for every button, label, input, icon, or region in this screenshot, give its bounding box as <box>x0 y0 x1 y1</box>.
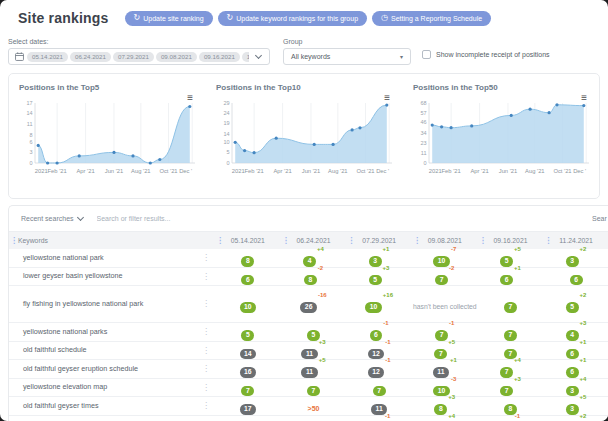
position-delta: +3 <box>448 394 455 400</box>
position-delta: +4 <box>514 357 521 363</box>
clock-icon: ◷ <box>381 14 388 22</box>
date-chip[interactable]: 06.24.2021 <box>70 52 111 62</box>
date-chip[interactable]: 09.16.2021 <box>199 52 240 62</box>
position-cell: 12-1 <box>346 342 412 360</box>
recent-searches-dropdown[interactable]: Recent searches <box>9 215 97 222</box>
position-cell: 5+5 <box>478 249 544 267</box>
date-header-label: 07.29.2021 <box>362 237 396 244</box>
position-cell: 7 <box>346 379 412 397</box>
position-badge: 10 <box>365 302 382 313</box>
group-select[interactable]: All keywords ▾ <box>283 48 411 65</box>
position-cell: 4+4 <box>281 249 347 267</box>
position-delta: +3 <box>580 320 587 326</box>
column-menu-icon[interactable]: ⋮ <box>282 237 290 245</box>
row-menu-icon[interactable]: ⋮ <box>202 401 210 410</box>
position-badge: 16 <box>240 367 257 378</box>
update-keyword-rankings-button[interactable]: ↻Update keyword rankings for this group <box>218 11 368 26</box>
group-label: Group <box>283 38 411 45</box>
out-of-top50-value: >50 <box>308 405 320 412</box>
position-cell: hasn't been collected <box>412 295 478 313</box>
show-incomplete-checkbox[interactable]: Show incomplete receipt of positions <box>422 50 550 59</box>
date-chip[interactable]: 11.24.2021 <box>242 52 249 62</box>
group-select-value: All keywords <box>291 53 330 60</box>
row-menu-icon[interactable]: ⋮ <box>202 272 210 281</box>
position-delta: -1 <box>385 339 390 345</box>
update-site-ranking-button[interactable]: ↻Update site ranking <box>125 11 213 26</box>
column-menu-icon[interactable]: ⋮ <box>544 237 552 245</box>
chart-menu-icon[interactable]: ≡ <box>581 93 587 103</box>
not-collected-note: hasn't been collected <box>413 303 477 312</box>
position-cell: 7 <box>478 295 544 313</box>
column-menu-icon[interactable]: ⋮ <box>479 237 487 245</box>
position-delta: -1 <box>385 413 390 419</box>
reporting-schedule-button[interactable]: ◷Setting a Reporting Schedule <box>372 11 491 26</box>
position-cell: 4+3 <box>543 323 608 341</box>
position-cell: 17 <box>215 397 281 415</box>
svg-text:Aug '21: Aug '21 <box>328 168 347 174</box>
position-cell: 8 <box>478 397 544 415</box>
column-menu-icon[interactable]: ⋮ <box>347 237 355 245</box>
position-badge: 5 <box>566 302 579 313</box>
table-row: yellowstone national parks⋮556-17-174+3 <box>9 323 608 342</box>
position-badge: 6 <box>566 349 579 360</box>
position-cell: 7 <box>281 379 347 397</box>
row-menu-icon[interactable]: ⋮ <box>202 364 210 373</box>
search-button[interactable]: Sear <box>592 215 608 222</box>
position-cell: 10-3 <box>412 379 478 397</box>
position-badge: 17 <box>240 404 257 415</box>
date-chip[interactable]: 09.08.2021 <box>156 52 197 62</box>
date-column-header: ⋮06.24.2021 <box>281 237 347 244</box>
svg-text:Jun '21: Jun '21 <box>302 168 321 174</box>
chart-plot: 01123344657682021Feb '21Apr '21Jun '21Au… <box>413 98 590 176</box>
svg-text:24: 24 <box>223 110 229 116</box>
chevron-down-icon[interactable] <box>255 52 262 59</box>
position-badge: 6 <box>241 275 254 286</box>
position-cell: 10 <box>215 295 281 313</box>
chart-plot: 0510141924292021Feb '21Apr '21Jun '21Aug… <box>216 98 393 176</box>
date-column-header: ⋮07.29.2021 <box>346 237 412 244</box>
recent-searches-label: Recent searches <box>21 215 74 222</box>
svg-text:Oct '21: Oct '21 <box>356 168 374 174</box>
position-badge: 7 <box>373 386 386 397</box>
select-dates-block: Select dates: 05.14.202106.24.202107.29.… <box>8 38 270 65</box>
top-buttons: ↻Update site ranking↻Update keyword rank… <box>125 11 492 26</box>
chart-menu-icon[interactable]: ≡ <box>187 93 193 103</box>
position-delta: -1 <box>383 320 388 326</box>
button-label: Update keyword rankings for this group <box>236 15 358 22</box>
svg-text:23: 23 <box>420 140 426 146</box>
position-badge: 6 <box>370 330 383 341</box>
position-delta: +4 <box>448 413 455 419</box>
chart-menu-icon[interactable]: ≡ <box>384 93 390 103</box>
date-column-header: ⋮09.08.2021 <box>412 237 478 244</box>
row-menu-icon[interactable]: ⋮ <box>202 327 210 336</box>
svg-text:Oct '21: Oct '21 <box>159 168 177 174</box>
svg-text:46: 46 <box>420 119 426 125</box>
button-label: Setting a Reporting Schedule <box>391 15 482 22</box>
date-chip[interactable]: 05.14.2021 <box>27 52 68 62</box>
keywords-header-label: Keywords <box>18 237 48 244</box>
checkbox-box[interactable] <box>422 50 431 59</box>
position-badge: 12 <box>368 349 385 360</box>
column-menu-icon[interactable]: ⋮ <box>413 237 421 245</box>
date-column-header: ⋮09.16.2021 <box>478 237 544 244</box>
svg-text:3: 3 <box>29 149 32 155</box>
keywords-column-header: ⋮Keywords <box>9 237 215 244</box>
position-delta: -1 <box>449 320 454 326</box>
date-chip[interactable]: 07.29.2021 <box>113 52 154 62</box>
date-range-picker[interactable]: 05.14.202106.24.202107.29.202109.08.2021… <box>8 48 270 65</box>
column-menu-icon[interactable]: ⋮ <box>10 237 18 245</box>
chart-top50: Positions in the Top50≡01123344657682021… <box>403 74 600 198</box>
row-menu-icon[interactable]: ⋮ <box>202 299 210 308</box>
topbar: Site rankings ↻Update site ranking↻Updat… <box>0 0 608 26</box>
row-menu-icon[interactable]: ⋮ <box>202 346 210 355</box>
position-delta: -1 <box>515 413 520 419</box>
column-menu-icon[interactable]: ⋮ <box>216 237 224 245</box>
row-menu-icon[interactable]: ⋮ <box>202 383 210 392</box>
row-menu-icon[interactable]: ⋮ <box>202 253 210 262</box>
svg-text:Feb '21: Feb '21 <box>48 168 67 174</box>
table-row: lower geyser basin yellowstone⋮68-25+37-… <box>9 268 608 287</box>
position-badge: 12 <box>368 367 385 378</box>
svg-text:17: 17 <box>26 100 32 106</box>
search-input[interactable] <box>97 215 592 222</box>
position-delta: +1 <box>450 357 457 363</box>
